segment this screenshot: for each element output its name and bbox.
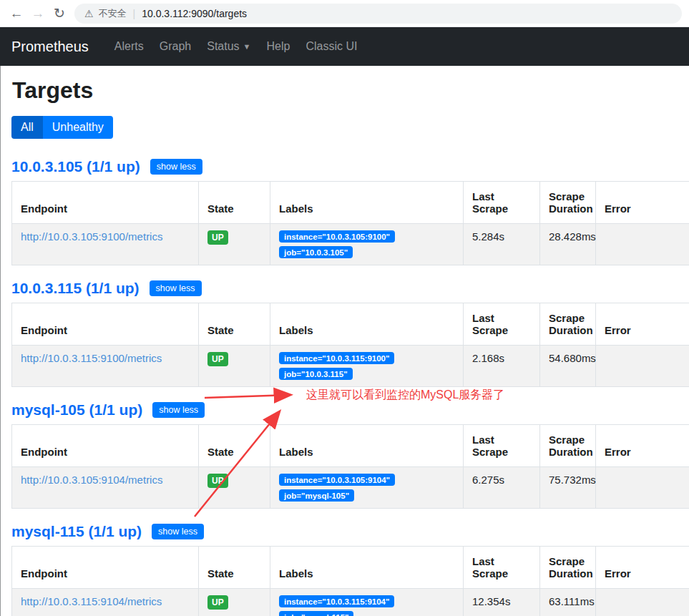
window-edge [0,66,1,616]
targets-table: Endpoint State Labels Last Scrape Scrape… [11,546,689,616]
last-scrape-cell: 5.284s [464,224,540,265]
col-header-error: Error [596,303,689,346]
table-row: http://10.0.3.105:9100/metrics UP instan… [12,224,689,265]
error-cell [596,589,689,616]
state-badge: UP [207,230,228,245]
target-filter-group: All Unhealthy [11,116,113,139]
last-scrape-cell: 12.354s [464,589,540,616]
col-header-endpoint: Endpoint [12,425,199,467]
target-group-header: mysql-105 (1/1 up) show less [11,401,678,419]
prometheus-navbar: Prometheus Alerts Graph Status▼ Help Cla… [0,27,689,66]
col-header-state: State [199,425,270,467]
endpoint-link[interactable]: http://10.0.3.105:9104/metrics [21,474,162,486]
endpoint-cell: http://10.0.3.115:9104/metrics [12,589,199,616]
col-header-scrape-duration: Scrape Duration [540,182,596,224]
back-icon[interactable]: ← [6,3,27,24]
target-group: mysql-105 (1/1 up) show less Endpoint St… [11,401,678,509]
endpoint-cell: http://10.0.3.105:9100/metrics [12,224,199,265]
labels-cell: instance="10.0.3.105:9100"job="10.0.3.10… [270,224,464,265]
nav-item-status[interactable]: Status▼ [201,40,256,53]
show-less-button[interactable]: show less [150,159,202,175]
show-less-button[interactable]: show less [152,524,204,539]
error-cell [596,467,689,509]
error-cell [596,224,689,265]
scrape-duration-cell: 28.428ms [540,224,596,265]
table-row: http://10.0.3.115:9104/metrics UP instan… [12,589,689,616]
scrape-duration-cell: 63.111ms [540,589,596,616]
target-group: mysql-115 (1/1 up) show less Endpoint St… [11,523,678,616]
labels-list: instance="10.0.3.105:9100"job="10.0.3.10… [279,230,454,258]
label-badge: job="mysql-115" [279,611,353,616]
label-badge: instance="10.0.3.105:9104" [279,474,395,486]
col-header-scrape-duration: Scrape Duration [540,425,596,467]
table-row: http://10.0.3.105:9104/metrics UP instan… [12,467,689,509]
table-header-row: Endpoint State Labels Last Scrape Scrape… [12,303,689,346]
col-header-last-scrape: Last Scrape [464,425,540,467]
chevron-down-icon: ▼ [243,42,251,51]
security-warning-icon[interactable]: ⚠ [84,8,94,19]
targets-table: Endpoint State Labels Last Scrape Scrape… [11,424,689,509]
col-header-labels: Labels [270,303,464,346]
target-group-title: 10.0.3.105 (1/1 up) [11,158,140,175]
forward-icon[interactable]: → [27,3,49,24]
labels-list: instance="10.0.3.115:9104"job="mysql-115… [279,595,454,616]
state-cell: UP [199,589,270,616]
endpoint-cell: http://10.0.3.105:9104/metrics [12,467,199,509]
labels-cell: instance="10.0.3.115:9104"job="mysql-115… [270,589,464,616]
label-badge: instance="10.0.3.115:9104" [279,595,394,607]
table-header-row: Endpoint State Labels Last Scrape Scrape… [12,547,689,589]
col-header-error: Error [596,425,689,467]
targets-table: Endpoint State Labels Last Scrape Scrape… [11,303,689,387]
label-badge: job="10.0.3.105" [279,246,353,258]
label-badge: job="10.0.3.115" [279,368,353,380]
state-cell: UP [199,224,270,265]
table-header-row: Endpoint State Labels Last Scrape Scrape… [12,425,689,467]
state-cell: UP [199,346,270,387]
address-bar[interactable]: ⚠ 不安全 | 10.0.3.112:9090/targets [74,4,682,24]
url-text[interactable]: 10.0.3.112:9090/targets [142,8,247,19]
page-title: Targets [12,77,678,104]
filter-unhealthy-button[interactable]: Unhealthy [43,116,113,139]
scrape-duration-cell: 75.732ms [540,467,596,509]
col-header-state: State [199,303,270,346]
state-badge: UP [207,595,228,610]
target-group-title: 10.0.3.115 (1/1 up) [11,280,140,297]
endpoint-link[interactable]: http://10.0.3.115:9100/metrics [21,352,162,364]
col-header-scrape-duration: Scrape Duration [540,547,596,589]
endpoint-link[interactable]: http://10.0.3.115:9104/metrics [21,595,162,607]
refresh-icon[interactable]: ↻ [49,3,70,24]
col-header-state: State [199,547,270,589]
error-cell [596,346,689,387]
label-badge: instance="10.0.3.115:9100" [279,352,394,364]
col-header-error: Error [596,182,689,224]
state-badge: UP [207,352,228,366]
security-warning-label[interactable]: 不安全 [99,7,127,20]
show-less-button[interactable]: show less [150,280,202,296]
state-badge: UP [207,474,228,488]
page-content: Targets All Unhealthy 10.0.3.105 (1/1 up… [0,66,689,616]
labels-list: instance="10.0.3.105:9104"job="mysql-105… [279,474,454,502]
nav-item-classic-ui[interactable]: Classic UI [300,40,363,53]
targets-list: 10.0.3.105 (1/1 up) show less Endpoint S… [11,158,678,616]
nav-item-graph[interactable]: Graph [154,40,197,53]
col-header-error: Error [596,547,689,589]
table-header-row: Endpoint State Labels Last Scrape Scrape… [12,182,689,224]
col-header-last-scrape: Last Scrape [464,303,540,346]
label-badge: job="mysql-105" [279,489,354,502]
endpoint-link[interactable]: http://10.0.3.105:9100/metrics [21,230,162,243]
col-header-scrape-duration: Scrape Duration [540,303,596,346]
targets-table: Endpoint State Labels Last Scrape Scrape… [11,181,689,265]
table-row: http://10.0.3.115:9100/metrics UP instan… [12,346,689,387]
brand-prometheus[interactable]: Prometheus [11,39,89,55]
target-group-title: mysql-115 (1/1 up) [11,523,142,540]
nav-item-help[interactable]: Help [260,40,295,53]
labels-cell: instance="10.0.3.115:9100"job="10.0.3.11… [270,346,464,387]
target-group: 10.0.3.115 (1/1 up) show less Endpoint S… [11,280,678,387]
nav-item-alerts[interactable]: Alerts [109,40,150,53]
filter-all-button[interactable]: All [11,116,43,139]
show-less-button[interactable]: show less [152,402,205,418]
last-scrape-cell: 6.275s [464,467,540,509]
target-group-title: mysql-105 (1/1 up) [11,401,142,419]
col-header-last-scrape: Last Scrape [464,182,540,224]
labels-cell: instance="10.0.3.105:9104"job="mysql-105… [270,467,464,509]
